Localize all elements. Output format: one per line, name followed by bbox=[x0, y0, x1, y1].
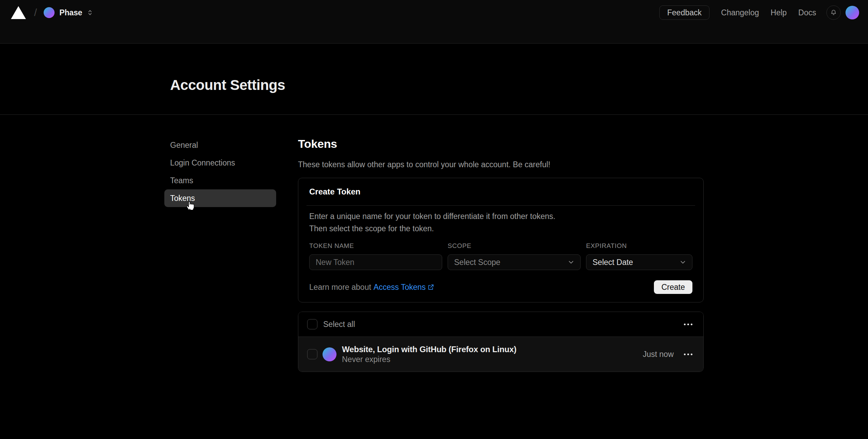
select-all-checkbox[interactable] bbox=[307, 319, 317, 329]
learn-more-text: Learn more about bbox=[309, 283, 371, 292]
token-name-label: TOKEN NAME bbox=[309, 242, 442, 250]
bell-icon bbox=[830, 9, 837, 16]
expiration-label: EXPIRATION bbox=[586, 242, 692, 250]
notifications-button[interactable] bbox=[826, 5, 841, 20]
token-timestamp: Just now bbox=[643, 350, 674, 359]
vercel-logo-icon[interactable] bbox=[11, 6, 26, 19]
scope-select[interactable]: Select Scope bbox=[448, 254, 581, 270]
team-avatar[interactable] bbox=[44, 7, 55, 18]
breadcrumb-slash: / bbox=[34, 7, 37, 18]
settings-sidebar: General Login Connections Teams Tokens bbox=[164, 136, 276, 372]
tokens-description: These tokens allow other apps to control… bbox=[298, 159, 704, 170]
create-token-card: Create Token Enter a unique name for you… bbox=[298, 178, 704, 302]
token-row: Website, Login with GitHub (Firefox on L… bbox=[298, 337, 703, 372]
sidebar-item-general[interactable]: General bbox=[164, 136, 276, 154]
nav-link-docs[interactable]: Docs bbox=[798, 8, 816, 17]
create-token-card-title: Create Token bbox=[309, 187, 360, 197]
token-list: Select all Website, Login with GitHub (F… bbox=[298, 312, 704, 372]
access-tokens-link[interactable]: Access Tokens bbox=[374, 283, 426, 292]
token-title: Website, Login with GitHub (Firefox on L… bbox=[342, 344, 517, 355]
card-instructions-line2: Then select the scope for the token. bbox=[309, 222, 692, 235]
breadcrumb-team-name[interactable]: Phase bbox=[59, 8, 82, 17]
external-link-icon bbox=[428, 284, 434, 291]
card-instructions-line1: Enter a unique name for your token to di… bbox=[309, 210, 692, 222]
team-switcher-chevrons-icon[interactable] bbox=[86, 9, 94, 16]
feedback-button[interactable]: Feedback bbox=[659, 5, 709, 20]
create-button[interactable]: Create bbox=[654, 280, 692, 294]
sidebar-item-tokens[interactable]: Tokens bbox=[164, 189, 276, 207]
chevron-down-icon bbox=[567, 258, 575, 266]
scope-select-value: Select Scope bbox=[454, 258, 500, 267]
list-ellipsis-menu-button[interactable] bbox=[682, 322, 694, 327]
select-all-label: Select all bbox=[323, 320, 355, 329]
scope-label: SCOPE bbox=[448, 242, 581, 250]
token-avatar bbox=[323, 347, 336, 361]
sidebar-item-teams[interactable]: Teams bbox=[164, 172, 276, 189]
sidebar-item-login-connections[interactable]: Login Connections bbox=[164, 154, 276, 172]
sidebar-item-label: Tokens bbox=[170, 194, 195, 203]
top-nav: / Phase Feedback Changelog Help Docs bbox=[0, 0, 868, 44]
token-list-header: Select all bbox=[298, 312, 703, 336]
token-row-checkbox[interactable] bbox=[307, 349, 317, 359]
expiration-select[interactable]: Select Date bbox=[586, 254, 692, 270]
nav-link-changelog[interactable]: Changelog bbox=[721, 8, 759, 17]
token-expiry: Never expires bbox=[342, 355, 517, 364]
nav-link-help[interactable]: Help bbox=[770, 8, 787, 17]
chevron-down-icon bbox=[679, 258, 687, 266]
page-title: Account Settings bbox=[170, 44, 704, 93]
user-avatar[interactable] bbox=[845, 6, 859, 19]
expiration-select-value: Select Date bbox=[593, 258, 633, 267]
page-header: Account Settings bbox=[0, 44, 868, 115]
token-name-input[interactable] bbox=[309, 254, 442, 270]
token-ellipsis-menu-button[interactable] bbox=[682, 351, 694, 357]
tokens-heading: Tokens bbox=[298, 136, 704, 151]
